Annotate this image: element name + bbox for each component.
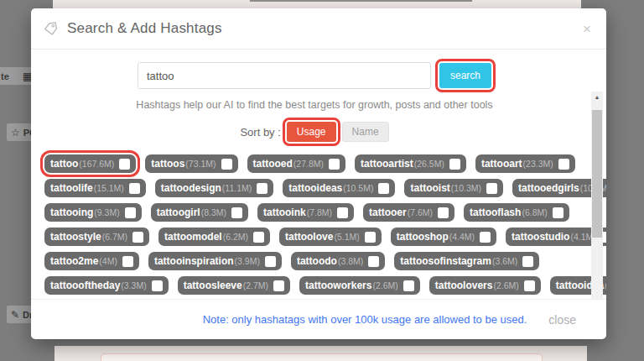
hashtag-pill-tattoooftheday[interactable]: tattoooftheday(3.3M) <box>44 276 169 295</box>
hashtag-pill-tattoolove[interactable]: tattoolove(5.1M) <box>279 228 382 246</box>
hashtag-row: tattoo(167.6M)tattoos(73.1M)tattooed(27.… <box>44 154 584 173</box>
sort-by-label: Sort by : <box>240 126 280 139</box>
hashtag-checkbox[interactable] <box>553 207 564 218</box>
hashtag-pill-tattoo[interactable]: tattoo(167.6M) <box>44 154 136 173</box>
hashtag-checkbox[interactable] <box>119 159 130 170</box>
hashtag-count: (6.8M) <box>522 207 547 217</box>
hashtag-count: (3.8M) <box>338 256 363 266</box>
hashtag-pill-tattoosleeve[interactable]: tattoosleeve(2.7M) <box>178 276 290 295</box>
modal-header: Search & Add Hashtags × <box>31 8 606 50</box>
hashtag-checkbox[interactable] <box>221 159 232 170</box>
hashtag-count: (4M) <box>99 256 117 266</box>
modal-footer: Note: only hashatags with over 100k usag… <box>31 299 606 339</box>
hashtag-row: tattoolife(15.1M)tattoodesign(11.1M)tatt… <box>44 179 584 197</box>
hashtag-checkbox[interactable] <box>265 256 276 267</box>
background-bottom-panel <box>55 346 587 361</box>
hashtag-pill-tattoodo[interactable]: tattoodo(3.8M) <box>291 252 385 270</box>
sort-row: Sort by : UsageName <box>44 122 584 142</box>
hashtag-count: (2.6M) <box>493 280 518 290</box>
hashtag-checkbox[interactable] <box>368 256 379 267</box>
hashtag-name: tattoos <box>151 158 184 170</box>
hashtag-count: (167.6M) <box>79 159 114 169</box>
hashtag-count: (2.5M) <box>605 280 606 290</box>
hashtag-checkbox[interactable] <box>365 232 376 243</box>
hashtag-checkbox[interactable] <box>253 232 264 243</box>
hashtag-pill-tattooed[interactable]: tattooed(27.8M) <box>247 154 346 173</box>
hashtag-pill-tattooart[interactable]: tattooart(23.3M) <box>475 154 575 173</box>
hashtag-search-input[interactable] <box>138 62 431 89</box>
hashtag-pill-tattoodesign[interactable]: tattoodesign(11.1M) <box>155 179 273 197</box>
hashtag-name: tattoolove <box>285 231 333 243</box>
hashtag-pill-tattooartist[interactable]: tattooartist(26.5M) <box>355 154 466 173</box>
hashtag-pill-tattooideas[interactable]: tattooideas(10.5M) <box>283 179 395 197</box>
hashtag-name: tattoosleeve <box>184 280 242 291</box>
hashtag-checkbox[interactable] <box>524 280 535 291</box>
hashtag-checkbox[interactable] <box>558 159 569 170</box>
hashtag-checkbox[interactable] <box>122 256 133 267</box>
hashtag-name: tattooedgirls <box>518 182 579 194</box>
hashtag-name: tattooink <box>263 207 306 218</box>
modal-title: Search & Add Hashtags <box>67 20 222 37</box>
hashtag-pill-tattooer[interactable]: tattooer(7.6M) <box>363 203 454 222</box>
hashtag-row: tattoo2me(4M)tattooinspiration(3.9M)tatt… <box>44 252 584 270</box>
screenshot-root: te ▦ ☆ PO ✎ Dr Search & Add Hashtags × <box>0 0 644 361</box>
hashtag-name: tattooflash <box>470 207 521 218</box>
hashtag-checkbox[interactable] <box>486 183 497 194</box>
hashtag-count: (7.6M) <box>408 207 433 217</box>
hashtag-name: tattooworkers <box>305 280 371 291</box>
hashtag-pill-tattoosofinstagram[interactable]: tattoosofinstagram(3.6M) <box>394 252 539 270</box>
hashtag-pill-tattooflash[interactable]: tattooflash(6.8M) <box>464 203 569 222</box>
sort-name-button[interactable]: Name <box>342 122 389 142</box>
hashtag-count: (15.1M) <box>94 183 124 193</box>
hashtag-checkbox[interactable] <box>378 183 389 194</box>
close-icon[interactable]: × <box>579 20 595 38</box>
hashtag-checkbox[interactable] <box>273 280 284 291</box>
hashtag-checkbox[interactable] <box>480 232 491 243</box>
hashtag-checkbox[interactable] <box>132 232 143 243</box>
hashtag-pill-tattoomodel[interactable]: tattoomodel(6.2M) <box>158 228 270 246</box>
modal-body: search Hashtags help our AI to find the … <box>31 50 606 299</box>
hashtag-count: (27.8M) <box>293 159 324 169</box>
hashtag-checkbox[interactable] <box>129 183 140 194</box>
scroll-up-icon[interactable]: ▲ <box>591 92 603 102</box>
usage-note: Note: only hashatags with over 100k usag… <box>203 313 527 326</box>
hashtag-name: tattoosofinstagram <box>400 255 491 267</box>
hashtag-checkbox[interactable] <box>403 280 414 291</box>
hashtag-pill-tattoogirl[interactable]: tattoogirl(8.3M) <box>151 203 248 222</box>
close-button[interactable]: close <box>543 312 581 327</box>
hashtag-pill-tattooing[interactable]: tattooing(9.3M) <box>44 203 142 222</box>
hashtag-checkbox[interactable] <box>257 183 267 194</box>
hashtag-checkbox[interactable] <box>125 207 136 218</box>
hashtag-checkbox[interactable] <box>329 159 340 170</box>
hashtag-pill-tattoos[interactable]: tattoos(73.1M) <box>145 154 237 173</box>
edit-icon: ✎ <box>11 309 19 321</box>
hashtag-pill-tattooworkers[interactable]: tattooworkers(2.6M) <box>299 276 420 295</box>
search-button[interactable]: search <box>439 63 491 88</box>
hashtag-checkbox[interactable] <box>438 207 449 218</box>
scrollbar-thumb[interactable] <box>592 110 602 238</box>
hashtag-name: tattooer <box>369 207 407 218</box>
star-icon: ☆ <box>11 127 20 139</box>
hashtag-checkbox[interactable] <box>449 159 460 170</box>
sort-usage-button[interactable]: Usage <box>287 122 336 142</box>
hashtag-pill-tattooist[interactable]: tattooist(10.3M) <box>404 179 503 197</box>
hashtag-checkbox[interactable] <box>522 256 533 267</box>
hashtag-pill-tattoo2me[interactable]: tattoo2me(4M) <box>44 252 139 270</box>
hashtag-name: tattoogirl <box>157 207 200 218</box>
scrollbar[interactable]: ▲ ▼ <box>591 92 603 299</box>
hashtag-pill-tattoostyle[interactable]: tattoostyle(6.7M) <box>44 228 149 246</box>
hashtag-pill-tattooinspiration[interactable]: tattooinspiration(3.9M) <box>148 252 282 270</box>
hashtag-pill-tattoolife[interactable]: tattoolife(15.1M) <box>44 179 146 197</box>
hashtag-checkbox[interactable] <box>152 280 163 291</box>
background-bottom-box <box>101 353 543 361</box>
hashtag-checkbox[interactable] <box>231 207 242 218</box>
hashtag-count: (26.5M) <box>414 159 444 169</box>
hashtag-name: tattoo2me <box>50 255 98 267</box>
sort-buttons: UsageName <box>287 122 389 142</box>
hashtag-checkbox[interactable] <box>337 207 348 218</box>
hashtag-name: tattoodo <box>297 255 337 267</box>
hashtag-count: (10.3M) <box>451 183 481 193</box>
hashtag-pill-tattoolovers[interactable]: tattoolovers(2.6M) <box>429 276 541 295</box>
hashtag-pill-tattooink[interactable]: tattooink(7.8M) <box>257 203 354 222</box>
hashtag-pill-tattooshop[interactable]: tattooshop(4.4M) <box>391 228 496 246</box>
